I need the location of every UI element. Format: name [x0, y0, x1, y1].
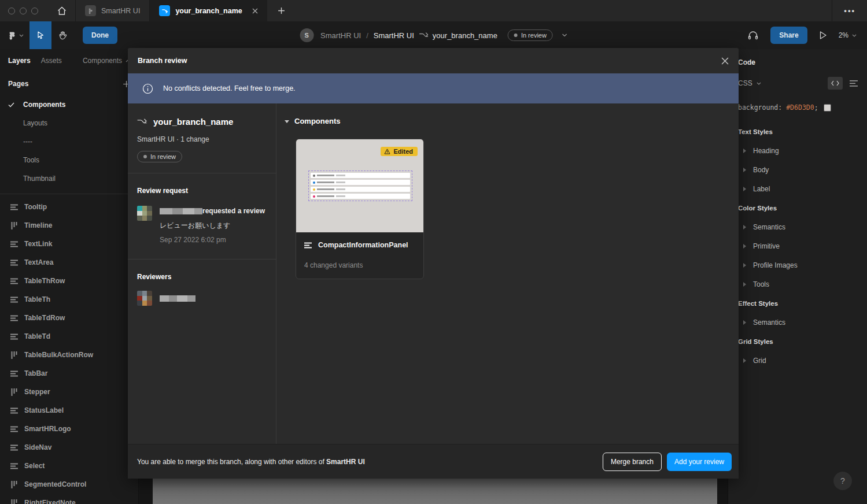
component-rows-icon	[10, 444, 18, 451]
add-your-review-button[interactable]: Add your review	[667, 453, 732, 471]
layer-row[interactable]: StatusLabel	[0, 401, 138, 420]
merge-permission-text: You are able to merge this branch, along…	[137, 458, 365, 466]
changes-panel: Components Edited	[276, 103, 739, 444]
layer-label: Stepper	[24, 388, 50, 396]
zoom-control[interactable]: 2%	[839, 31, 857, 39]
modal-title: Branch review	[138, 57, 721, 65]
layer-row[interactable]: TableTh	[0, 290, 138, 309]
move-cursor-icon	[36, 31, 45, 40]
layer-row[interactable]: SideNav	[0, 438, 138, 457]
component-columns-icon	[10, 388, 18, 396]
org-avatar[interactable]: S	[300, 28, 313, 42]
breadcrumb-separator: /	[361, 31, 374, 40]
layer-row[interactable]: SmartHRLogo	[0, 420, 138, 438]
layer-label: StatusLabel	[24, 406, 64, 414]
chevron-right-icon	[738, 320, 753, 325]
component-rows-icon	[10, 407, 18, 414]
branch-icon	[137, 118, 147, 125]
color-swatch[interactable]	[824, 104, 831, 112]
request-timestamp: Sep 27 2022 6:02 pm	[160, 236, 265, 244]
layer-row[interactable]: TableBulkActionRow	[0, 346, 138, 364]
style-item-effect-semantics[interactable]: Semantics	[738, 313, 867, 332]
close-tab-icon[interactable]	[252, 8, 258, 14]
layer-row[interactable]: RightFixedNote	[0, 494, 138, 504]
section-color-styles: Color Styles	[738, 198, 867, 217]
home-icon	[57, 6, 67, 16]
home-button[interactable]	[49, 0, 75, 21]
tab-label: your_branch_name	[175, 7, 242, 15]
page-label: Layouts	[23, 119, 47, 127]
page-selector-label: Components	[83, 57, 122, 65]
present-play-icon[interactable]	[819, 31, 827, 40]
layer-row[interactable]: TableThRow	[0, 272, 138, 290]
huddle-headphones-icon[interactable]	[747, 30, 759, 40]
layer-row[interactable]: Stepper	[0, 383, 138, 401]
layer-row[interactable]: Timeline	[0, 216, 138, 235]
layer-row[interactable]: Tooltip	[0, 198, 138, 216]
component-rows-icon	[10, 462, 18, 470]
style-item-primitive[interactable]: Primitive	[738, 236, 867, 255]
layer-row[interactable]: TextLink	[0, 235, 138, 253]
style-item-body[interactable]: Body	[738, 160, 867, 179]
branch-tab-icon	[159, 5, 170, 16]
layer-row[interactable]: Select	[0, 457, 138, 475]
no-conflicts-banner: No conflicts detected. Feel free to merg…	[128, 73, 739, 103]
section-grid-styles: Grid Styles	[738, 332, 867, 351]
help-button[interactable]: ?	[833, 472, 852, 490]
status-badge[interactable]: In review	[508, 29, 553, 41]
figma-file-icon	[85, 5, 96, 16]
layer-row[interactable]: SegmentedControl	[0, 475, 138, 494]
tab-label: SmartHR UI	[101, 7, 140, 15]
page-item-components[interactable]: Components	[0, 95, 138, 114]
layer-label: TableTdRow	[24, 314, 65, 322]
tab-smarthr-ui[interactable]: SmartHR UI	[76, 0, 149, 21]
style-item-tools[interactable]: Tools	[738, 275, 867, 294]
style-item-semantics[interactable]: Semantics	[738, 217, 867, 236]
style-item-heading[interactable]: Heading	[738, 141, 867, 160]
tab-bar: SmartHR UI your_branch_name •••	[0, 0, 867, 21]
layer-row[interactable]: TextArea	[0, 253, 138, 272]
page-item-tools[interactable]: Tools	[0, 151, 138, 169]
style-item-label[interactable]: Label	[738, 179, 867, 198]
css-dropdown[interactable]: CSS	[738, 79, 752, 87]
layer-row[interactable]: TableTd	[0, 327, 138, 346]
close-modal-icon[interactable]	[721, 57, 729, 65]
hand-tool-button[interactable]	[51, 21, 73, 49]
more-menu-button[interactable]: •••	[832, 0, 867, 21]
breadcrumb-file[interactable]: SmartHR UI	[374, 31, 414, 40]
changed-component-card[interactable]: Edited	[296, 139, 424, 279]
disclosure-triangle-icon[interactable]	[285, 120, 289, 123]
code-list-icon[interactable]	[850, 80, 858, 87]
zoom-window-button[interactable]	[31, 8, 38, 14]
breadcrumb-branch[interactable]: your_branch_name	[433, 31, 497, 40]
tab-layers[interactable]: Layers	[8, 57, 31, 65]
variant-row	[311, 173, 410, 178]
code-view-button[interactable]	[828, 77, 843, 90]
merge-branch-button[interactable]: Merge branch	[603, 453, 662, 471]
tab-assets[interactable]: Assets	[41, 57, 62, 65]
minimize-window-button[interactable]	[20, 8, 27, 14]
page-item-layouts[interactable]: Layouts	[0, 114, 138, 132]
breadcrumb-org[interactable]: SmartHR UI	[320, 31, 361, 40]
modal-branch-name: your_branch_name	[153, 117, 233, 127]
branch-menu-chevron-icon[interactable]	[562, 34, 567, 37]
tab-your-branch-name[interactable]: your_branch_name	[150, 0, 267, 21]
close-window-button[interactable]	[8, 8, 15, 14]
done-button[interactable]: Done	[83, 27, 117, 44]
review-request-item: requested a review レビューお願いします Sep 27 202…	[137, 206, 267, 244]
style-item-grid[interactable]: Grid	[738, 351, 867, 370]
page-item-dashes[interactable]: ----	[0, 132, 138, 151]
style-item-profile-images[interactable]: Profile Images	[738, 255, 867, 275]
move-tool-button[interactable]	[29, 21, 51, 49]
new-tab-button[interactable]	[267, 0, 296, 21]
component-rows-icon	[10, 296, 18, 303]
layer-row[interactable]: TableTdRow	[0, 309, 138, 327]
layer-row[interactable]: TabBar	[0, 364, 138, 383]
main-menu-button[interactable]	[0, 21, 29, 49]
component-rows-icon	[10, 314, 18, 322]
share-button[interactable]: Share	[770, 27, 807, 44]
page-selector[interactable]: Components	[83, 57, 130, 65]
layer-label: TableThRow	[24, 277, 65, 285]
page-item-thumbnail[interactable]: Thumbnail	[0, 169, 138, 188]
figma-logo-icon	[8, 31, 16, 40]
